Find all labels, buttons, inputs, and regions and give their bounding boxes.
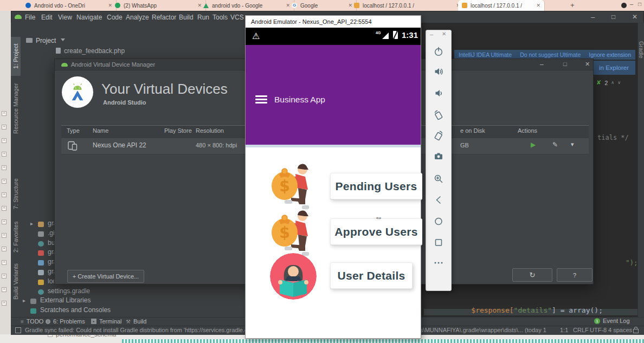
- column-play-store[interactable]: Play Store: [164, 127, 192, 134]
- volume-down-icon[interactable]: [433, 88, 444, 99]
- browser-tab-label: Android vdo - OneDri: [34, 3, 85, 9]
- ide-maximize-button[interactable]: □: [611, 13, 615, 21]
- chevron-right-icon[interactable]: ▸: [23, 297, 25, 303]
- notification-link-ignore[interactable]: Ignore extension: [589, 51, 631, 58]
- properties-file-icon: [38, 250, 44, 256]
- menu-navigate[interactable]: Navigate: [76, 14, 102, 21]
- menu-view[interactable]: View: [58, 14, 72, 21]
- toolwindow-problems[interactable]: ! 6: Problems: [46, 318, 85, 325]
- panel-close-button[interactable]: ✕: [442, 31, 446, 37]
- tree-item-scratches[interactable]: Scratches and Consoles: [40, 306, 111, 314]
- chevron-right-icon[interactable]: ▸: [30, 221, 33, 226]
- terminal-icon: ▸: [91, 319, 96, 324]
- launch-avd-icon[interactable]: ▶: [531, 141, 536, 148]
- tree-item-settings-gradle[interactable]: settings.gradle: [48, 287, 90, 295]
- browser-profile-icon[interactable]: [621, 3, 627, 8]
- browser-minimize-button[interactable]: –: [630, 1, 633, 7]
- browser-tab-phpmyadmin-2-active[interactable]: localhost / 127.0.0.1 / ✕: [458, 0, 545, 11]
- avd-more-actions-icon[interactable]: ▾: [571, 141, 574, 148]
- menu-edit[interactable]: Edit: [41, 14, 53, 21]
- emulator-title-bar[interactable]: Android Emulator - Nexus_One_API_22:5554: [246, 16, 421, 28]
- prev-error-icon[interactable]: ∧: [611, 80, 614, 85]
- tree-item-external-libraries[interactable]: External Libraries: [40, 296, 91, 304]
- pending-users-button[interactable]: Pending Users: [330, 173, 422, 199]
- sidebar-tab-gradle[interactable]: Gradle: [638, 41, 644, 59]
- project-panel-title[interactable]: Project: [36, 37, 56, 44]
- line-separator[interactable]: CRLF: [573, 327, 589, 333]
- user-details-button[interactable]: User Details: [330, 262, 413, 289]
- edit-avd-icon[interactable]: ✎: [552, 141, 558, 148]
- device-name[interactable]: Nexus One API 22: [93, 141, 146, 149]
- ide-close-button[interactable]: ✕: [632, 13, 637, 21]
- libraries-icon: [30, 299, 36, 304]
- event-log-button[interactable]: 1 Event Log: [594, 318, 630, 324]
- toolwindow-toggle-icon[interactable]: [15, 327, 21, 333]
- new-tab-button[interactable]: +: [570, 1, 575, 9]
- menu-refactor[interactable]: Refactor: [152, 14, 176, 21]
- column-type[interactable]: Type: [67, 127, 80, 134]
- file-encoding[interactable]: UTF-8: [590, 327, 607, 333]
- avd-minimize-button[interactable]: –: [540, 61, 544, 68]
- avd-subheading: Android Studio: [103, 99, 146, 106]
- power-icon[interactable]: [433, 46, 444, 57]
- refresh-button[interactable]: ↻: [512, 268, 552, 282]
- menu-file[interactable]: File: [25, 14, 35, 21]
- sidebar-tab-structure[interactable]: 7: Structure: [11, 172, 21, 216]
- notification-link-explorer[interactable]: in Explorer: [599, 64, 629, 71]
- notification-link-dont-suggest[interactable]: Do not suggest Ultimate: [520, 51, 581, 58]
- browser-tab-whatsapp[interactable]: (2) WhatsApp ✕: [111, 0, 206, 11]
- more-options-icon[interactable]: [433, 257, 444, 268]
- chevron-down-icon[interactable]: [61, 38, 65, 41]
- menu-code[interactable]: Code: [107, 14, 123, 21]
- rotate-right-icon[interactable]: [433, 130, 444, 141]
- browser-tab-drive[interactable]: android vdo - Google ✕: [199, 0, 294, 11]
- rotate-left-icon[interactable]: [433, 109, 444, 120]
- menu-vcs[interactable]: VCS: [230, 14, 244, 21]
- menu-run[interactable]: Run: [197, 14, 209, 21]
- menu-build[interactable]: Build: [179, 14, 194, 21]
- browser-tab-phpmyadmin-1[interactable]: localhost / 127.0.0.1 / ✕: [350, 0, 465, 11]
- sidebar-tab-build-variants[interactable]: Build Variants: [11, 258, 21, 305]
- panel-minimize-button[interactable]: –: [430, 31, 433, 37]
- column-name[interactable]: Name: [93, 127, 108, 134]
- approve-users-button[interactable]: Approve Users: [330, 218, 422, 245]
- indent-setting[interactable]: 4 spaces: [608, 327, 632, 333]
- overview-icon[interactable]: [433, 237, 444, 248]
- sidebar-tab-resource-manager[interactable]: Resource Manager: [11, 79, 21, 138]
- next-error-icon[interactable]: ∨: [617, 80, 621, 85]
- notification-link-ultimate[interactable]: IntelliJ IDEA Ultimate: [459, 51, 512, 58]
- toolwindow-todo[interactable]: ≡ TODO: [21, 318, 43, 325]
- browser-tab-onedrive[interactable]: Android vdo - OneDri ✕: [22, 0, 117, 11]
- ide-minimize-button[interactable]: –: [591, 13, 595, 21]
- avd-maximize-button[interactable]: □: [563, 61, 567, 67]
- tree-item-create-feedback[interactable]: create_feedback.php: [64, 47, 125, 55]
- caret-position[interactable]: 1:1: [560, 327, 568, 333]
- home-icon[interactable]: [433, 216, 444, 226]
- sidebar-tab-favorites[interactable]: 2: Favorites: [11, 217, 21, 257]
- column-resolution[interactable]: Resolution: [196, 127, 224, 134]
- toolwindow-build[interactable]: ⚒ Build: [126, 318, 146, 325]
- zoom-in-icon[interactable]: [433, 173, 444, 184]
- menu-analyze[interactable]: Analyze: [126, 14, 149, 21]
- menu-tools[interactable]: Tools: [212, 14, 228, 21]
- hamburger-menu-icon[interactable]: [255, 95, 267, 103]
- inspection-count: 2: [604, 80, 608, 86]
- back-icon[interactable]: [433, 195, 444, 205]
- signal-icon: [382, 33, 389, 39]
- create-virtual-device-button[interactable]: + Create Virtual Device...: [67, 270, 144, 283]
- avd-close-button[interactable]: ✕: [585, 61, 590, 68]
- volume-up-icon[interactable]: [433, 66, 444, 77]
- toolwindow-terminal[interactable]: ▸ Terminal: [91, 318, 122, 325]
- close-tab-icon[interactable]: ✕: [536, 3, 540, 8]
- browser-tab-google[interactable]: G Google ✕: [288, 0, 357, 11]
- column-size-on-disk[interactable]: e on Disk: [460, 127, 485, 134]
- inspections-widget[interactable]: ✘ 2 ∧ ∨: [596, 79, 621, 86]
- camera-icon[interactable]: [433, 151, 444, 161]
- screen: Android vdo - OneDri ✕ (2) WhatsApp ✕ an…: [0, 0, 644, 343]
- browser-restore-button[interactable]: □: [638, 1, 641, 7]
- help-button[interactable]: ?: [557, 268, 593, 282]
- column-actions[interactable]: Actions: [518, 127, 537, 134]
- device-size: GB: [460, 142, 469, 148]
- lock-icon[interactable]: [633, 329, 639, 333]
- sidebar-tab-project[interactable]: 1: Project: [11, 37, 21, 76]
